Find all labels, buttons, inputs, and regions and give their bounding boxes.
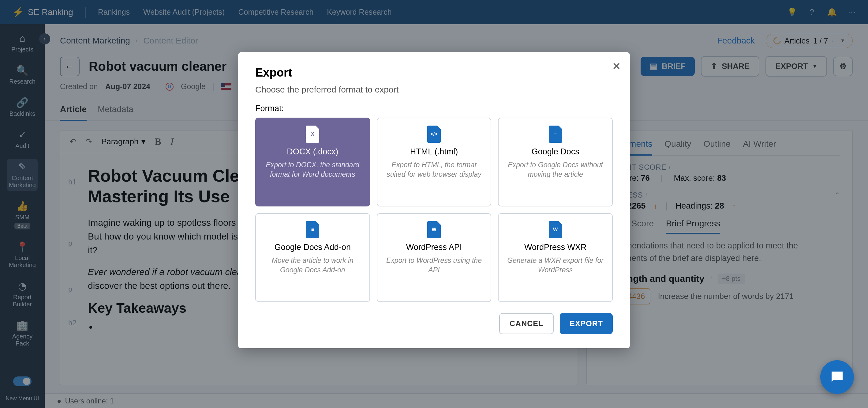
chat-icon xyxy=(829,369,845,385)
close-icon[interactable]: ✕ xyxy=(612,60,621,72)
format-option-gdocs[interactable]: ≡ Google Docs Export to Google Docs with… xyxy=(498,118,613,206)
gdocs-addon-file-icon: ≡ xyxy=(306,221,319,238)
docx-file-icon: X xyxy=(306,125,319,143)
gdocs-file-icon: ≡ xyxy=(549,125,562,143)
format-option-gdocs-addon[interactable]: ≡ Google Docs Add-on Move the article to… xyxy=(255,213,370,302)
export-modal: ✕ Export Choose the preferred format to … xyxy=(238,52,630,348)
format-option-wp-api[interactable]: W WordPress API Export to WordPress usin… xyxy=(377,213,492,302)
modal-actions: CANCEL EXPORT xyxy=(255,313,613,334)
format-option-html[interactable]: </> HTML (.html) Export to HTML, the for… xyxy=(377,118,492,206)
chat-fab[interactable] xyxy=(820,360,854,394)
format-option-wp-wxr[interactable]: W WordPress WXR Generate a WXR export fi… xyxy=(498,213,613,302)
export-confirm-button[interactable]: EXPORT xyxy=(560,313,613,334)
wordpress-file-icon: W xyxy=(427,221,441,238)
modal-subtitle: Choose the preferred format to export xyxy=(255,85,613,95)
format-grid: X DOCX (.docx) Export to DOCX, the stand… xyxy=(255,118,613,302)
format-option-docx[interactable]: X DOCX (.docx) Export to DOCX, the stand… xyxy=(255,118,370,206)
wordpress-file-icon: W xyxy=(549,221,562,238)
modal-title: Export xyxy=(255,66,613,79)
cancel-button[interactable]: CANCEL xyxy=(499,313,554,334)
format-label: Format: xyxy=(255,104,613,113)
html-file-icon: </> xyxy=(427,125,441,143)
